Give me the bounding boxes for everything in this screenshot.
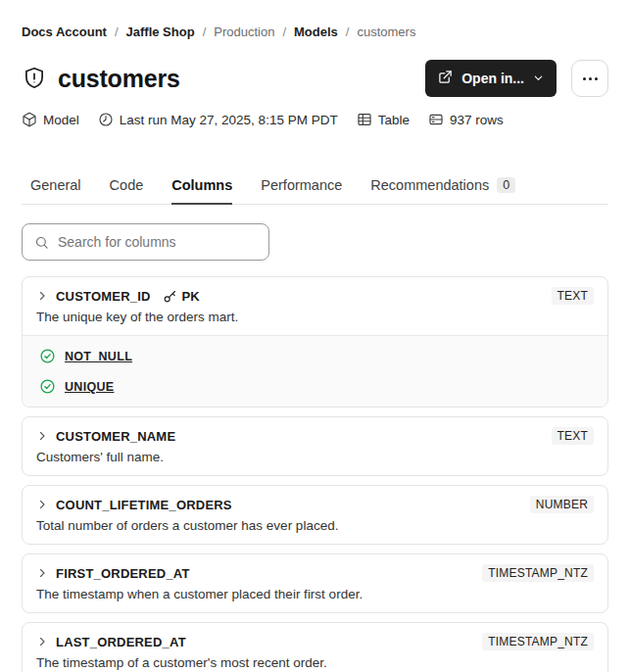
breadcrumb: Docs Account / Jaffle Shop / Production … (22, 24, 608, 40)
cube-icon (22, 112, 37, 127)
column-name: COUNT_LIFETIME_ORDERS (56, 498, 232, 512)
column-type-badge: TEXT (552, 427, 594, 445)
meta-model: Model (22, 112, 79, 127)
columns-list: CUSTOMER_ID PK TEXT The unique key of th… (22, 276, 608, 672)
meta-model-label: Model (43, 113, 79, 127)
page: Docs Account / Jaffle Shop / Production … (0, 24, 630, 672)
pk-label: PK (182, 289, 200, 304)
column-card-customer-id: CUSTOMER_ID PK TEXT The unique key of th… (22, 276, 608, 408)
column-name: FIRST_ORDERED_AT (56, 566, 190, 581)
column-card-customer-name: CUSTOMER_NAME TEXT Customers' full name. (22, 416, 608, 476)
column-name: CUSTOMER_ID (56, 289, 151, 304)
meta-row-count: 937 rows (428, 112, 504, 127)
tab-label: Columns (171, 177, 232, 193)
more-actions-button[interactable] (571, 60, 608, 97)
chevron-down-icon (533, 71, 544, 86)
breadcrumb-item-jaffle-shop[interactable]: Jaffle Shop (126, 24, 195, 40)
breadcrumb-separator: / (203, 24, 207, 40)
breadcrumb-item-customers[interactable]: customers (357, 24, 415, 40)
column-card-header[interactable]: FIRST_ORDERED_AT TIMESTAMP_NTZ (23, 554, 607, 582)
tab-label: General (30, 177, 81, 193)
column-tests: NOT_NULL UNIQUE (23, 335, 607, 407)
ellipsis-icon (589, 77, 592, 80)
breadcrumb-separator: / (282, 24, 286, 40)
meta-materialization-label: Table (378, 113, 410, 127)
clock-icon (98, 112, 114, 127)
breadcrumb-separator: / (346, 24, 350, 40)
check-circle-icon (39, 348, 56, 364)
meta-row: Model Last run May 27, 2025, 8:15 PM PDT (22, 112, 608, 127)
column-type-badge: TIMESTAMP_NTZ (482, 564, 594, 582)
chevron-right-icon (36, 290, 48, 302)
test-link-unique[interactable]: UNIQUE (65, 380, 114, 394)
title-group: customers (22, 65, 180, 93)
tab-recommendations[interactable]: Recommendations 0 (370, 177, 515, 205)
tab-general[interactable]: General (30, 177, 81, 205)
tab-label: Performance (261, 177, 342, 193)
open-in-button[interactable]: Open in... (425, 60, 557, 97)
tab-code[interactable]: Code (110, 177, 144, 205)
chevron-right-icon (36, 430, 48, 442)
test-row: UNIQUE (23, 371, 607, 402)
open-in-label: Open in... (461, 71, 524, 86)
meta-last-run: Last run May 27, 2025, 8:15 PM PDT (98, 112, 338, 127)
column-description: Customers' full name. (23, 445, 607, 475)
tab-label: Recommendations (370, 177, 489, 193)
rows-icon (428, 112, 444, 127)
table-icon (357, 112, 372, 127)
breadcrumb-item-models[interactable]: Models (294, 24, 338, 40)
column-card-last-ordered-at: LAST_ORDERED_AT TIMESTAMP_NTZ The timest… (22, 622, 608, 672)
test-link-not-null[interactable]: NOT_NULL (65, 350, 132, 363)
tab-columns[interactable]: Columns (171, 177, 232, 205)
column-name: CUSTOMER_NAME (56, 429, 175, 444)
column-card-header[interactable]: CUSTOMER_NAME TEXT (23, 417, 607, 445)
breadcrumb-separator: / (115, 24, 119, 40)
column-description: Total number of orders a customer has ev… (23, 513, 607, 544)
column-type-badge: TEXT (552, 287, 594, 305)
title-row: customers Open in... (22, 59, 608, 98)
column-description: The unique key of the orders mart. (23, 305, 607, 335)
breadcrumb-item-docs-account[interactable]: Docs Account (22, 24, 107, 40)
meta-row-count-label: 937 rows (450, 113, 504, 127)
recommendations-count-badge: 0 (497, 177, 515, 193)
column-description: The timestamp of a customer's most recen… (23, 650, 607, 672)
meta-materialization: Table (357, 112, 410, 127)
column-type-badge: NUMBER (530, 496, 594, 513)
ellipsis-icon (583, 77, 586, 80)
column-name: LAST_ORDERED_AT (56, 635, 186, 649)
column-card-header[interactable]: CUSTOMER_ID PK TEXT (23, 277, 607, 305)
column-card-first-ordered-at: FIRST_ORDERED_AT TIMESTAMP_NTZ The times… (22, 553, 608, 613)
column-description: The timestamp when a customer placed the… (23, 582, 607, 612)
ellipsis-icon (595, 77, 598, 80)
title-actions: Open in... (425, 60, 608, 97)
chevron-right-icon (36, 499, 48, 510)
external-link-icon (438, 70, 453, 87)
tab-performance[interactable]: Performance (261, 177, 342, 205)
column-card-header[interactable]: COUNT_LIFETIME_ORDERS NUMBER (23, 486, 607, 513)
column-card-header[interactable]: LAST_ORDERED_AT TIMESTAMP_NTZ (23, 623, 607, 650)
key-icon (163, 289, 177, 304)
primary-key-tag: PK (163, 289, 200, 304)
column-card-count-lifetime-orders: COUNT_LIFETIME_ORDERS NUMBER Total numbe… (22, 485, 608, 545)
tab-label: Code (110, 177, 144, 193)
breadcrumb-item-production[interactable]: Production (214, 24, 274, 40)
shield-exclamation-icon (22, 66, 47, 91)
test-row: NOT_NULL (23, 341, 607, 371)
search-icon (34, 235, 49, 250)
page-title: customers (58, 65, 180, 93)
column-type-badge: TIMESTAMP_NTZ (482, 633, 594, 650)
meta-last-run-label: Last run May 27, 2025, 8:15 PM PDT (120, 113, 338, 127)
search-box (22, 223, 269, 261)
chevron-right-icon (36, 636, 48, 648)
chevron-right-icon (36, 567, 48, 579)
tab-bar: General Code Columns Performance Recomme… (22, 177, 608, 205)
search-input[interactable] (58, 234, 257, 250)
check-circle-icon (39, 378, 56, 395)
